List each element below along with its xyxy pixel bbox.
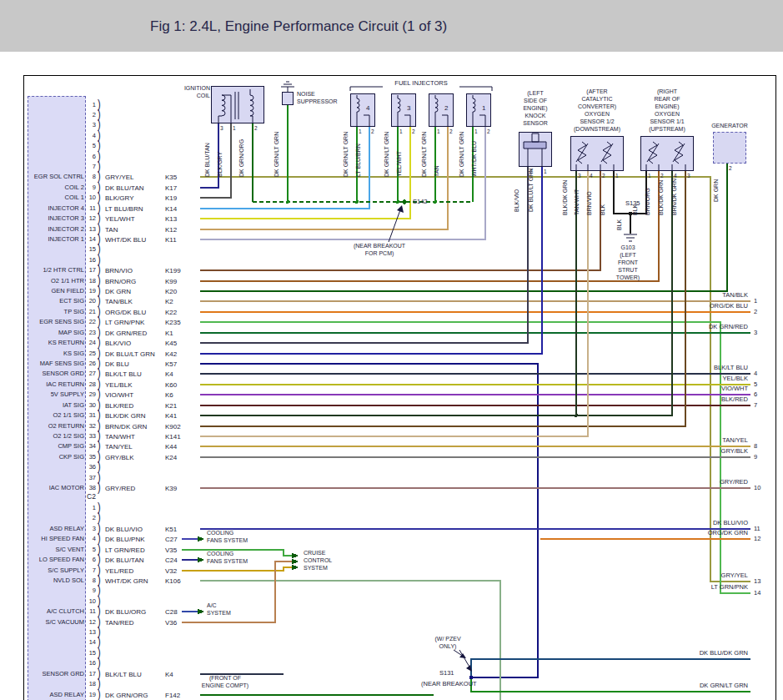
wire-color-name: DK BLU (105, 360, 129, 368)
right-wire-number: 13 (754, 578, 760, 586)
right-wire-number: 4 (754, 370, 757, 378)
component-wire-label: TAN/WHT (574, 189, 580, 215)
pin-number: 3 (85, 122, 96, 129)
circuit-code: C27 (165, 536, 178, 543)
signal-label: IAC MOTOR (29, 485, 84, 492)
pin-number: 9 (85, 587, 96, 595)
injector-number: 3 (407, 104, 410, 112)
signal-label: NVLD SOL (29, 577, 84, 585)
right-wire-number: 2 (754, 309, 757, 316)
circuit-code: K42 (165, 350, 177, 358)
component-wire-label: DK GRN (713, 179, 720, 202)
signal-label: HI SPEED FAN (29, 536, 84, 543)
knock-sensor-element-icon (532, 133, 539, 142)
pin-number: 5 (85, 143, 96, 150)
circuit-code: K199 (165, 267, 181, 274)
signal-label: COIL 2 (29, 184, 84, 192)
right-wire-label: DK BLU/VIO (680, 520, 748, 527)
injector-coil-icon (357, 98, 359, 112)
right-wire-number: 10 (754, 485, 760, 492)
component-pin-number: 2 (487, 128, 490, 134)
circuit-code: K2 (165, 298, 173, 305)
system-cooling-fans-2: COOLING (207, 551, 233, 557)
component-pin-number: 1 (474, 128, 478, 134)
component-wire-label: DK BLU/LT GRN (528, 169, 535, 212)
pin-number: 8 (85, 174, 96, 181)
pin-number: 21 (85, 309, 96, 316)
component-wire-label: DK GRN/LT GRN (421, 132, 428, 177)
right-wire-label: GRY/BLK (680, 448, 748, 456)
signal-label: MAP SIG (29, 330, 84, 337)
signal-label: MAF SENS SIG (29, 360, 84, 368)
pin-number: 6 (85, 154, 96, 161)
pin-number: 35 (85, 454, 96, 461)
pin-number: 7 (85, 567, 96, 575)
signal-label: EGR SENS SIG (29, 319, 84, 326)
right-wire-number: 7 (754, 402, 757, 410)
wire-color-name: LT GRN/PNK (105, 319, 144, 326)
pin-number: 16 (85, 257, 96, 264)
noise-suppressor-label: SUPPRESSOR (297, 98, 338, 105)
system-cooling-fans-1: COOLING (207, 530, 233, 536)
component-wire-label: DK GRN/LT GRN (343, 132, 349, 177)
g103-ground-icon (624, 234, 637, 241)
signal-label: INJECTOR 3 (29, 215, 84, 223)
pin-number: 33 (85, 433, 96, 441)
component-caption-line: (NEAR BREAKOUT (342, 243, 417, 249)
component-wire-label: BLK/GRY (217, 152, 223, 177)
wire-color-name: LT GRN/RED (105, 546, 145, 554)
s131-sub-label: (NEAR BREAKOUT (421, 681, 477, 688)
circuit-code: K106 (165, 577, 181, 585)
injector-coil-icon (435, 98, 438, 112)
signal-label: O2 1/1 SIG (29, 412, 84, 420)
circuit-code: V32 (165, 567, 177, 575)
signal-label: IAC RETURN (29, 381, 84, 389)
component-pin-number: 2 (412, 128, 415, 134)
pin-number: 18 (85, 278, 96, 285)
component-wire-label: BLK/DK GRN (658, 180, 665, 215)
wire-color-name: YEL/WHT (105, 215, 135, 223)
pin-number: 12 (85, 215, 96, 223)
signal-label: ECT SIG (29, 298, 84, 305)
circuit-code: K44 (165, 443, 177, 451)
right-wire-label: YEL/BLK (680, 375, 748, 383)
pin-bracket: ) (98, 481, 101, 495)
pin-number: 6 (85, 556, 96, 564)
right-wire-label: DK GRN/LT GRN (680, 682, 748, 690)
component-pin-number: 1 (359, 128, 362, 134)
component-wire-label: YEL/WHT (396, 151, 403, 177)
fuel-injectors-label: FUEL INJECTORS (379, 80, 463, 88)
wire-color-name: WHT/DK BLU (105, 236, 146, 244)
wire-color-name: BLK/LT BLU (105, 671, 142, 678)
pin-number: 31 (85, 412, 96, 420)
wire-color-name: DK GRN/ORG (105, 692, 148, 699)
wire-color-name: YEL/RED (105, 567, 133, 575)
circuit-code: K20 (165, 288, 177, 295)
signal-label: S/C SUPPLY (29, 567, 84, 575)
pin-number: 4 (85, 133, 96, 140)
signal-label: S/C VACUUM (29, 619, 84, 627)
circuit-code: K4 (165, 370, 173, 378)
signal-label: LO SPEED FAN (29, 556, 84, 564)
wire-color-name: BLK/LT BLU (105, 370, 142, 378)
ignition-coil-winding-icon (250, 95, 253, 116)
system-ac: A/C (207, 602, 217, 609)
pin-number: 13 (85, 226, 96, 234)
o2-sensor-arrow-icon (601, 144, 613, 162)
component-caption-line: (FRONT OF (188, 675, 263, 682)
circuit-code: K99 (165, 278, 177, 285)
component-wire-label: WHT/DK BLU (471, 141, 478, 177)
component-pin-number: 2 (660, 173, 664, 179)
pin-number: 12 (85, 619, 96, 627)
pin-bracket: ) (98, 687, 101, 700)
pin-number: 36 (85, 464, 96, 471)
component-wire-label: DK GRN/LT GRN (384, 132, 390, 177)
signal-label: INJECTOR 2 (29, 226, 84, 234)
pin-number: 23 (85, 330, 96, 337)
component-caption-line: FRONT (590, 259, 665, 266)
component-wire-label: BLK/VIO (514, 189, 520, 212)
circuit-code: K1 (165, 330, 173, 337)
wire-color-name: YEL/BLK (105, 381, 132, 389)
circuit-code: C28 (165, 608, 178, 616)
pin-number: 10 (85, 194, 96, 202)
